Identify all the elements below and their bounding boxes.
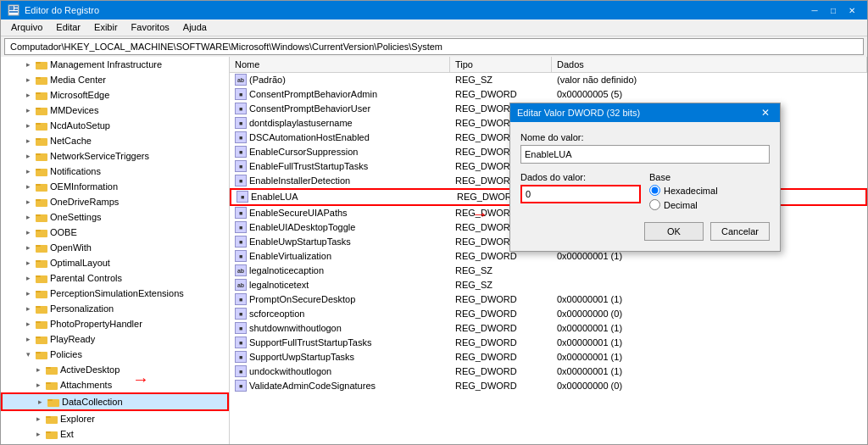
sidebar-item[interactable]: ▸ActiveDesktop — [1, 362, 229, 377]
menu-exibir[interactable]: Exibir — [87, 21, 125, 34]
sidebar-item-label: NetCache — [50, 136, 92, 146]
sidebar-item[interactable]: ▸OptimalLayout — [1, 255, 229, 270]
expand-icon[interactable]: ▸ — [21, 119, 35, 132]
sidebar-item[interactable]: ▸PerceptionSimulationExtensions — [1, 286, 229, 301]
svg-rect-22 — [36, 184, 41, 186]
radio-hex-input[interactable] — [649, 185, 660, 196]
sidebar-item[interactable]: ▸OEMInformation — [1, 179, 229, 194]
dialog-value-input[interactable] — [520, 185, 641, 203]
expand-icon[interactable]: ▸ — [21, 180, 35, 193]
minimize-button[interactable]: ─ — [806, 3, 823, 17]
menu-arquivo[interactable]: Arquivo — [4, 21, 49, 34]
table-row[interactable]: ■SupportFullTrustStartupTasksREG_DWORD0x… — [230, 336, 867, 350]
table-row[interactable]: ablegalnoticetextREG_SZ — [230, 278, 867, 292]
cell-name: ■SupportFullTrustStartupTasks — [230, 336, 450, 350]
sidebar-item[interactable]: ▸OpenWith — [1, 240, 229, 255]
sidebar-item[interactable]: ▸PhotoPropertyHandler — [1, 316, 229, 331]
sidebar-item-label: MMDevices — [50, 105, 98, 115]
table-row[interactable]: ■ConsentPromptBehaviorAdminREG_DWORD0x00… — [230, 87, 867, 102]
sidebar-item[interactable]: ▸PlayReady — [1, 331, 229, 347]
expand-icon[interactable]: ▸ — [21, 210, 35, 224]
sidebar-item[interactable]: ▸Ext — [1, 426, 229, 442]
expand-icon[interactable]: ▸ — [21, 73, 35, 86]
expand-icon[interactable]: ▸ — [21, 241, 35, 254]
table-row[interactable]: ■PromptOnSecureDesktopREG_DWORD0x0000000… — [230, 292, 867, 307]
expand-icon[interactable]: ▸ — [21, 317, 35, 331]
sidebar-item[interactable]: ▸NcdAutoSetup — [1, 118, 229, 133]
expand-icon[interactable]: ▸ — [21, 134, 35, 147]
expand-icon[interactable]: ▸ — [21, 103, 35, 117]
cell-data: 0x00000001 (1) — [552, 350, 867, 364]
expand-icon[interactable]: ▸ — [31, 427, 45, 441]
sidebar-item[interactable]: ▸Parental Controls — [1, 270, 229, 286]
sidebar-item[interactable]: ▸DataCollection — [1, 392, 229, 411]
expand-icon[interactable]: ▸ — [21, 149, 35, 163]
expand-icon[interactable]: ▸ — [21, 195, 35, 209]
sidebar-item[interactable]: ▸NetworkServiceTriggers — [1, 148, 229, 164]
expand-icon[interactable]: ▸ — [21, 286, 35, 300]
sidebar-item[interactable]: ▸Notifications — [1, 164, 229, 179]
sidebar-item[interactable]: ▸Attachments — [1, 377, 229, 392]
ok-button[interactable]: OK — [644, 222, 704, 241]
expand-icon[interactable]: ▸ — [21, 225, 35, 239]
menu-ajuda[interactable]: Ajuda — [176, 21, 214, 34]
cell-type: REG_DWORD — [450, 336, 552, 350]
expand-icon[interactable]: ▸ — [31, 442, 45, 444]
radio-hex[interactable]: Hexadecimal — [649, 185, 770, 196]
expand-icon[interactable]: ▸ — [21, 88, 35, 102]
expand-icon[interactable]: ▾ — [21, 348, 35, 361]
expand-icon[interactable]: ▸ — [21, 256, 35, 270]
expand-icon[interactable]: ▸ — [21, 302, 35, 315]
radio-dec[interactable]: Decimal — [649, 199, 770, 210]
folder-icon — [35, 302, 48, 315]
dialog-close-button[interactable]: ✕ — [758, 106, 773, 120]
sidebar-item-label: NetworkServiceTriggers — [50, 151, 149, 161]
radio-dec-input[interactable] — [649, 199, 660, 210]
table-row[interactable]: ■ValidateAdminCodeSignaturesREG_DWORD0x0… — [230, 379, 867, 393]
expand-icon[interactable]: ▸ — [21, 332, 35, 346]
maximize-button[interactable]: □ — [825, 3, 842, 17]
sidebar-item[interactable]: ▸NetCache — [1, 133, 229, 148]
expand-icon[interactable]: ▸ — [31, 378, 45, 392]
folder-icon — [35, 195, 48, 209]
cell-name-text: ValidateAdminCodeSignatures — [249, 381, 376, 391]
table-row[interactable]: ab(Padrão)REG_SZ(valor não definido) — [230, 73, 867, 87]
sidebar-item[interactable]: ▸Personalization — [1, 301, 229, 316]
expand-icon[interactable]: ▸ — [21, 271, 35, 285]
svg-rect-30 — [36, 245, 41, 247]
sidebar-item-label: Policies — [50, 349, 82, 359]
sidebar-item[interactable]: ▸Management Infrastructure — [1, 57, 229, 72]
svg-rect-16 — [36, 138, 41, 140]
cell-name: ■PromptOnSecureDesktop — [230, 292, 450, 307]
sidebar-item[interactable]: ▸Explorer — [1, 411, 229, 426]
sidebar-item[interactable]: ▸MMDevices — [1, 103, 229, 118]
sidebar-item[interactable]: ▸OOBE — [1, 225, 229, 240]
sidebar-item[interactable]: ▾Policies — [1, 347, 229, 362]
menu-favoritos[interactable]: Favoritos — [125, 21, 176, 34]
cell-name: ■EnableCursorSuppression — [230, 145, 450, 159]
table-row[interactable]: ■undockwithoutlogonREG_DWORD0x00000001 (… — [230, 364, 867, 379]
dialog-body: Nome do valor: Dados do valor: Base Hexa… — [510, 122, 780, 251]
table-row[interactable]: ■shutdownwithoutlogonREG_DWORD0x00000001… — [230, 321, 867, 336]
close-button[interactable]: ✕ — [843, 3, 860, 17]
dialog-name-input[interactable] — [520, 145, 770, 164]
expand-icon[interactable]: ▸ — [31, 363, 45, 376]
sidebar-item[interactable]: ▸NonEnum — [1, 442, 229, 444]
col-dados: Dados — [552, 57, 867, 72]
sidebar-item[interactable]: ▸Media Center — [1, 72, 229, 87]
svg-rect-24 — [36, 199, 41, 201]
cell-name-text: EnableSecureUIAPaths — [249, 208, 348, 218]
table-row[interactable]: ■SupportUwpStartupTasksREG_DWORD0x000000… — [230, 350, 867, 364]
sidebar-item[interactable]: ▸OneDriveRamps — [1, 194, 229, 209]
expand-icon[interactable]: ▸ — [31, 412, 45, 426]
expand-icon[interactable]: ▸ — [21, 58, 35, 71]
cancel-button[interactable]: Cancelar — [710, 222, 770, 241]
sidebar-item[interactable]: ▸OneSettings — [1, 209, 229, 225]
table-row[interactable]: ■scforceoptionREG_DWORD0x00000000 (0) — [230, 307, 867, 321]
dialog-base-col: Base Hexadecimal Decimal — [649, 172, 770, 210]
sidebar-item[interactable]: ▸MicrosoftEdge — [1, 87, 229, 103]
expand-icon[interactable]: ▸ — [21, 164, 35, 178]
expand-icon[interactable]: ▸ — [33, 395, 47, 409]
table-row[interactable]: ablegalnoticecaptionREG_SZ — [230, 264, 867, 278]
menu-editar[interactable]: Editar — [49, 21, 87, 34]
